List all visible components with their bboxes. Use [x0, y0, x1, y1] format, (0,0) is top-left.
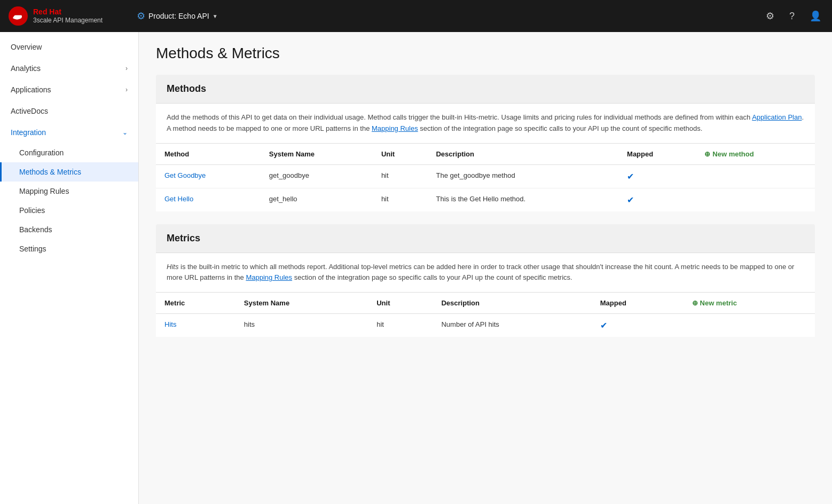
- sidebar-item-activedocs[interactable]: ActiveDocs: [0, 100, 138, 122]
- method-link[interactable]: Get Hello: [164, 195, 193, 203]
- methods-info-text1: Add the methods of this API to get data …: [167, 113, 752, 121]
- sidebar-item-overview-label: Overview: [11, 43, 42, 51]
- metric-system-name-cell: hits: [236, 314, 368, 337]
- brand-subtitle: 3scale API Management: [33, 17, 103, 24]
- method-system-name-cell: get_goodbye: [261, 164, 373, 188]
- sidebar-item-integration[interactable]: Integration ⌄: [0, 122, 138, 143]
- sidebar-item-methods-metrics-label: Methods & Metrics: [19, 168, 81, 176]
- methods-col-method: Method: [156, 144, 261, 165]
- sidebar-item-analytics[interactable]: Analytics ›: [0, 58, 138, 79]
- plus-icon: ⊕: [704, 150, 710, 158]
- method-name-cell: Get Goodbye: [156, 164, 261, 188]
- metrics-col-system-name: System Name: [236, 293, 368, 314]
- table-row: Get Hello get_hello hit This is the Get …: [156, 188, 815, 211]
- brand: Red Hat 3scale API Management: [9, 6, 137, 26]
- metrics-table-header-row: Metric System Name Unit Description Mapp…: [156, 293, 815, 314]
- product-icon: ⚙: [137, 10, 145, 22]
- methods-section-title: Methods: [167, 83, 804, 94]
- metrics-table: Metric System Name Unit Description Mapp…: [156, 293, 815, 337]
- sidebar-item-mapping-rules[interactable]: Mapping Rules: [0, 182, 138, 201]
- metrics-section-title: Metrics: [167, 233, 804, 244]
- top-navigation: Red Hat 3scale API Management ⚙ Product:…: [0, 0, 832, 32]
- methods-col-action: ⊕ New method: [696, 144, 815, 165]
- application-plan-link[interactable]: Application Plan: [752, 113, 802, 121]
- product-selector[interactable]: ⚙ Product: Echo API ▼: [137, 10, 218, 22]
- metrics-section: Metrics Hits is the built-in metric to w…: [156, 224, 815, 337]
- metrics-col-metric: Metric: [156, 293, 236, 314]
- sidebar-item-integration-label: Integration: [11, 128, 46, 137]
- metric-link[interactable]: Hits: [164, 320, 176, 328]
- top-nav-right: ⚙ ? 👤: [764, 8, 823, 24]
- sidebar: Overview Analytics › Applications › Acti…: [0, 32, 139, 504]
- product-label: Product: Echo API: [148, 12, 209, 20]
- sidebar-item-backends-label: Backends: [19, 225, 52, 234]
- sidebar-item-policies[interactable]: Policies: [0, 201, 138, 220]
- sidebar-item-mapping-rules-label: Mapping Rules: [19, 187, 69, 195]
- sidebar-item-applications-label: Applications: [11, 85, 51, 94]
- methods-col-mapped: Mapped: [618, 144, 696, 165]
- user-button[interactable]: 👤: [807, 8, 823, 24]
- new-metric-label: New metric: [700, 299, 737, 307]
- mapped-check-icon: ✔: [627, 195, 634, 204]
- brand-name: Red Hat: [33, 7, 103, 17]
- method-mapped-cell: ✔: [618, 164, 696, 188]
- method-action-cell: [696, 188, 815, 211]
- method-unit-cell: hit: [373, 164, 428, 188]
- sidebar-item-methods-metrics[interactable]: Methods & Metrics: [0, 162, 138, 182]
- metrics-col-description: Description: [433, 293, 591, 314]
- sidebar-item-configuration-label: Configuration: [19, 148, 64, 157]
- metric-unit-cell: hit: [368, 314, 433, 337]
- sidebar-item-settings[interactable]: Settings: [0, 239, 138, 258]
- sidebar-item-analytics-label: Analytics: [11, 64, 41, 73]
- method-system-name-cell: get_hello: [261, 188, 373, 211]
- chevron-right-icon: ›: [125, 86, 128, 93]
- methods-col-description: Description: [427, 144, 618, 165]
- main-layout: Overview Analytics › Applications › Acti…: [0, 32, 832, 504]
- table-row: Hits hits hit Number of API hits ✔: [156, 314, 815, 337]
- new-method-button[interactable]: ⊕ New method: [704, 150, 806, 158]
- metric-mapped-cell: ✔: [592, 314, 684, 337]
- metric-action-cell: [684, 314, 815, 337]
- sidebar-item-backends[interactable]: Backends: [0, 220, 138, 239]
- mapped-check-icon: ✔: [600, 321, 607, 330]
- brand-text: Red Hat 3scale API Management: [33, 7, 103, 24]
- metric-name-cell: Hits: [156, 314, 236, 337]
- metrics-col-action: ⊕ New metric: [684, 293, 815, 314]
- methods-section-info: Add the methods of this API to get data …: [156, 104, 815, 144]
- methods-section-header: Methods: [156, 75, 815, 104]
- sidebar-item-configuration[interactable]: Configuration: [0, 143, 138, 162]
- redhat-logo: [9, 6, 28, 26]
- main-content: Methods & Metrics Methods Add the method…: [139, 32, 832, 504]
- method-link[interactable]: Get Goodbye: [164, 171, 206, 179]
- new-metric-button[interactable]: ⊕ New metric: [692, 299, 806, 307]
- table-row: Get Goodbye get_goodbye hit The get_good…: [156, 164, 815, 188]
- sidebar-item-activedocs-label: ActiveDocs: [11, 107, 48, 115]
- method-name-cell: Get Hello: [156, 188, 261, 211]
- methods-col-system-name: System Name: [261, 144, 373, 165]
- new-method-label: New method: [712, 150, 753, 158]
- mapping-rules-link-methods[interactable]: Mapping Rules: [372, 124, 418, 132]
- sidebar-item-applications[interactable]: Applications ›: [0, 79, 138, 100]
- metrics-col-mapped: Mapped: [592, 293, 684, 314]
- methods-table-header-row: Method System Name Unit Description Mapp…: [156, 144, 815, 165]
- chevron-right-icon: ›: [125, 65, 128, 72]
- metrics-hits-italic: Hits: [167, 263, 178, 271]
- method-mapped-cell: ✔: [618, 188, 696, 211]
- method-description-cell: The get_goodbye method: [427, 164, 618, 188]
- help-button[interactable]: ?: [787, 9, 797, 24]
- metrics-col-unit: Unit: [368, 293, 433, 314]
- methods-col-unit: Unit: [373, 144, 428, 165]
- mapping-rules-link-metrics[interactable]: Mapping Rules: [246, 273, 292, 281]
- page-title: Methods & Metrics: [156, 45, 815, 62]
- chevron-down-icon: ▼: [213, 13, 218, 19]
- metrics-section-info: Hits is the built-in metric to which all…: [156, 253, 815, 293]
- chevron-down-icon: ⌄: [122, 129, 128, 136]
- plus-icon-metrics: ⊕: [692, 299, 698, 307]
- metrics-section-header: Metrics: [156, 224, 815, 253]
- methods-table: Method System Name Unit Description Mapp…: [156, 144, 815, 211]
- settings-button[interactable]: ⚙: [764, 8, 776, 24]
- sidebar-item-overview[interactable]: Overview: [0, 36, 138, 58]
- method-description-cell: This is the Get Hello method.: [427, 188, 618, 211]
- method-action-cell: [696, 164, 815, 188]
- sidebar-item-settings-label: Settings: [19, 245, 46, 253]
